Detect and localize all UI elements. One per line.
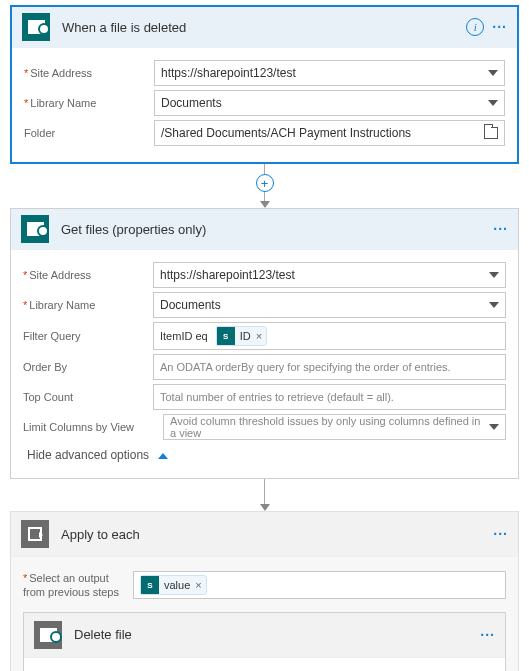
site-address-value: https://sharepoint123/test [161, 66, 296, 80]
library-name-label: Library Name [30, 97, 96, 109]
dynamic-token-value[interactable]: S value × [140, 575, 207, 595]
chevron-down-icon [488, 70, 498, 76]
sharepoint-icon [22, 13, 50, 41]
connector-1: + [5, 164, 524, 208]
get-files-title: Get files (properties only) [61, 222, 493, 237]
library-name-label: Library Name [29, 299, 95, 311]
library-name-row: Library Name Documents [24, 90, 505, 116]
limit-columns-label: Limit Columns by View [23, 421, 134, 433]
site-address-row: Site Address https://sharepoint123/test [23, 262, 506, 288]
more-menu-button[interactable]: ··· [493, 529, 508, 539]
token-label: value [164, 579, 190, 591]
nested-actions: Delete file ··· Site Address https://sha… [23, 612, 506, 671]
chevron-down-icon [489, 302, 499, 308]
site-address-dropdown[interactable]: https://sharepoint123/test [153, 262, 506, 288]
apply-to-each-title: Apply to each [61, 527, 493, 542]
hide-advanced-toggle[interactable]: Hide advanced options [27, 448, 502, 462]
apply-to-each-header[interactable]: Apply to each ··· [11, 512, 518, 557]
token-label: ID [240, 330, 251, 342]
folder-value: /Shared Documents/ACH Payment Instructio… [161, 126, 411, 140]
site-address-value: https://sharepoint123/test [160, 268, 295, 282]
more-menu-button[interactable]: ··· [493, 224, 508, 234]
trigger-card[interactable]: When a file is deleted i ··· Site Addres… [10, 5, 519, 164]
apply-to-each-card[interactable]: Apply to each ··· Select an output from … [10, 511, 519, 671]
limit-columns-row: Limit Columns by View Avoid column thres… [23, 414, 506, 440]
apply-to-each-body: Select an output from previous steps S v… [11, 557, 518, 671]
limit-columns-dropdown[interactable]: Avoid column threshold issues by only us… [163, 414, 506, 440]
more-menu-button[interactable]: ··· [480, 630, 495, 640]
library-name-dropdown[interactable]: Documents [153, 292, 506, 318]
sharepoint-icon [21, 215, 49, 243]
token-sharepoint-icon: S [217, 327, 235, 345]
limit-columns-placeholder: Avoid column threshold issues by only us… [170, 415, 489, 439]
token-remove-button[interactable]: × [256, 330, 262, 342]
hide-advanced-label: Hide advanced options [27, 448, 149, 462]
select-output-label: Select an output from previous steps [23, 572, 119, 598]
site-address-label: Site Address [30, 67, 92, 79]
add-step-button[interactable]: + [256, 174, 274, 192]
top-count-row: Top Count Total number of entries to ret… [23, 384, 506, 410]
delete-file-body: Site Address https://sharepoint456/test … [24, 658, 505, 671]
chevron-down-icon [489, 272, 499, 278]
select-output-row: Select an output from previous steps S v… [23, 571, 506, 600]
more-menu-button[interactable]: ··· [492, 22, 507, 32]
library-name-dropdown[interactable]: Documents [154, 90, 505, 116]
get-files-header[interactable]: Get files (properties only) ··· [11, 209, 518, 250]
folder-picker[interactable]: /Shared Documents/ACH Payment Instructio… [154, 120, 505, 146]
site-address-label: Site Address [29, 269, 91, 281]
get-files-card[interactable]: Get files (properties only) ··· Site Add… [10, 208, 519, 479]
site-address-dropdown[interactable]: https://sharepoint123/test [154, 60, 505, 86]
trigger-title: When a file is deleted [62, 20, 466, 35]
filter-query-row: Filter Query ItemID eq S ID × [23, 322, 506, 350]
filter-query-label: Filter Query [23, 330, 80, 342]
order-by-label: Order By [23, 361, 67, 373]
chevron-down-icon [489, 424, 499, 430]
folder-label: Folder [24, 127, 55, 139]
order-by-row: Order By An ODATA orderBy query for spec… [23, 354, 506, 380]
top-count-placeholder: Total number of entries to retrieve (def… [160, 391, 394, 403]
top-count-label: Top Count [23, 391, 73, 403]
delete-file-header[interactable]: Delete file ··· [24, 613, 505, 658]
library-name-value: Documents [161, 96, 222, 110]
site-address-row: Site Address https://sharepoint123/test [24, 60, 505, 86]
connector-2 [5, 479, 524, 511]
delete-file-title: Delete file [74, 627, 480, 642]
delete-file-card[interactable]: Delete file ··· Site Address https://sha… [23, 612, 506, 671]
order-by-placeholder: An ODATA orderBy query for specifying th… [160, 361, 451, 373]
filter-query-text: ItemID eq [160, 330, 208, 342]
trigger-body: Site Address https://sharepoint123/test … [12, 48, 517, 162]
dynamic-token-id[interactable]: S ID × [216, 326, 267, 346]
chevron-down-icon [488, 100, 498, 106]
folder-icon[interactable] [484, 128, 498, 139]
order-by-input[interactable]: An ODATA orderBy query for specifying th… [153, 354, 506, 380]
loop-icon [21, 520, 49, 548]
info-icon[interactable]: i [466, 18, 484, 36]
sharepoint-icon [34, 621, 62, 649]
library-name-value: Documents [160, 298, 221, 312]
filter-query-input[interactable]: ItemID eq S ID × [153, 322, 506, 350]
trigger-header[interactable]: When a file is deleted i ··· [12, 7, 517, 48]
select-output-input[interactable]: S value × [133, 571, 506, 599]
arrow-down-icon [260, 201, 270, 208]
token-sharepoint-icon: S [141, 576, 159, 594]
library-name-row: Library Name Documents [23, 292, 506, 318]
token-remove-button[interactable]: × [195, 579, 201, 591]
top-count-input[interactable]: Total number of entries to retrieve (def… [153, 384, 506, 410]
folder-row: Folder /Shared Documents/ACH Payment Ins… [24, 120, 505, 146]
chevron-up-icon [158, 453, 168, 459]
get-files-body: Site Address https://sharepoint123/test … [11, 250, 518, 478]
arrow-down-icon [260, 504, 270, 511]
